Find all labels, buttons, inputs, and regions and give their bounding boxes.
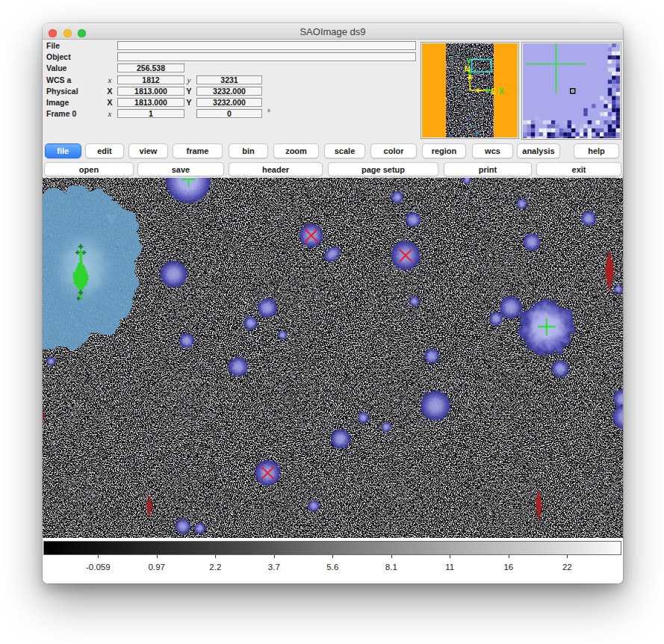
svg-text:N: N: [465, 65, 470, 73]
svg-text:E: E: [491, 87, 497, 96]
svg-text:X: X: [499, 87, 504, 96]
